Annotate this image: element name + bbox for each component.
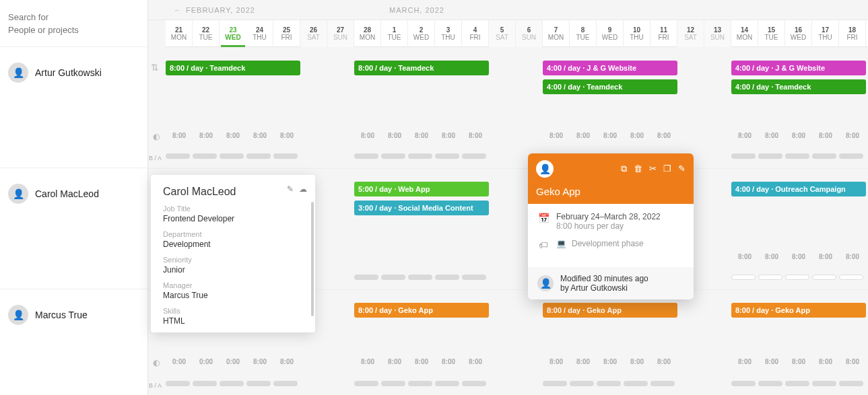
field-label: Manager (163, 281, 303, 289)
booking-bar-geko[interactable]: 8:00 / day · Geko App (543, 303, 677, 318)
day-column[interactable]: 7MON (543, 20, 570, 47)
avatar: 👤 (536, 160, 554, 178)
day-column[interactable]: 17THU (812, 20, 839, 47)
day-column[interactable]: 16WED (785, 20, 812, 47)
hour-cell: 8:00 (812, 132, 839, 144)
hour-cell (327, 132, 354, 144)
resource-name[interactable]: Marcus True (35, 310, 88, 320)
hour-cell (677, 358, 704, 370)
day-column[interactable]: 9WED (597, 20, 624, 47)
booking-bar-social[interactable]: 3:00 / day · Social Media Content (354, 201, 489, 215)
day-column[interactable]: 28MON (354, 20, 381, 47)
booking-bar-outreach[interactable]: 4:00 / day · Outreach Campaign (731, 182, 866, 196)
search-input-line1[interactable] (8, 11, 139, 24)
cut-icon[interactable]: ✂ (649, 164, 657, 174)
hour-cell (704, 253, 731, 265)
day-column[interactable]: 26SAT (300, 20, 327, 47)
hour-cell (300, 358, 327, 370)
hour-cell: 8:00 (785, 253, 812, 265)
booking-bar-teamdeck[interactable]: 8:00 / day · Teamdeck (354, 61, 489, 75)
field-value: Junior (163, 265, 303, 275)
ba-label: B / A (148, 155, 164, 161)
booking-details-popover: 👤 ⧉ 🗑 ✂ ❐ ✎ Geko App 📅 February 24–March… (528, 153, 694, 299)
edit-icon[interactable]: ✎ (287, 184, 294, 194)
hour-cell: 8:00 (650, 358, 677, 370)
hour-cell: 8:00 (570, 358, 597, 370)
hour-cell: 8:00 (624, 358, 650, 370)
search-input-line2[interactable] (8, 24, 139, 36)
day-column[interactable]: 5SAT (489, 20, 516, 47)
copy-icon[interactable]: ⧉ (621, 164, 627, 174)
hour-cell: 8:00 (758, 132, 785, 144)
hour-cell: 8:00 (785, 132, 812, 144)
allocation-pill (381, 381, 405, 386)
resource-name[interactable]: Carol MacLeod (35, 188, 99, 199)
cloud-icon[interactable]: ☁ (299, 184, 307, 194)
allocation-pill (193, 381, 217, 386)
allocation-pill (785, 381, 809, 386)
booking-bar-teamdeck[interactable]: 8:00 / day · Teamdeck (166, 61, 300, 75)
hour-cell: 8:00 (812, 358, 839, 370)
resource-name[interactable]: Artur Gutkowski (35, 67, 102, 78)
hour-cell: 8:00 (785, 358, 812, 370)
day-column[interactable]: 24THU (246, 20, 273, 47)
booking-bar-teamdeck[interactable]: 4:00 / day · Teamdeck (731, 79, 866, 94)
booking-bar-webapp[interactable]: 5:00 / day · Web App (354, 182, 489, 196)
day-column[interactable]: 10THU (624, 20, 650, 47)
day-column[interactable]: 23WED (220, 20, 246, 47)
hour-cell: 8:00 (597, 358, 624, 370)
prev-month-icon[interactable]: ← (174, 6, 182, 14)
delete-icon[interactable]: 🗑 (634, 164, 642, 174)
avatar: 👤 (8, 305, 28, 325)
day-column[interactable]: 11FRI (650, 20, 677, 47)
hour-cell: 8:00 (650, 132, 677, 144)
day-column[interactable]: 27SUN (327, 20, 354, 47)
booking-phase: Development phase (572, 239, 644, 248)
day-column[interactable]: 12SAT (677, 20, 704, 47)
day-column[interactable]: 2WED (408, 20, 435, 47)
allocation-pill (731, 275, 756, 280)
allocation-pill (624, 381, 648, 386)
booking-bar-geko[interactable]: 8:00 / day · Geko App (354, 303, 489, 318)
day-column[interactable]: 15TUE (758, 20, 785, 47)
allocation-pill (220, 381, 244, 386)
hour-cell: 8:00 (166, 132, 193, 144)
allocation-pill (758, 275, 782, 280)
day-column[interactable]: 13SUN (704, 20, 731, 47)
hour-cell: 8:00 (273, 358, 300, 370)
day-column[interactable]: 1TUE (381, 20, 408, 47)
day-column[interactable]: 3THU (435, 20, 462, 47)
hour-cell: 8:00 (758, 358, 785, 370)
day-column[interactable]: 4FRI (462, 20, 489, 47)
allocation-pill (462, 153, 486, 159)
day-column[interactable]: 8TUE (570, 20, 597, 47)
hour-cell (489, 358, 516, 370)
day-column[interactable]: 14MON (731, 20, 758, 47)
allocation-pill (273, 153, 298, 159)
duplicate-icon[interactable]: ❐ (663, 164, 671, 174)
field-value: Marcus True (163, 291, 303, 300)
hour-cell: 8:00 (543, 132, 570, 144)
hour-cell (677, 132, 704, 144)
allocation-pill (839, 275, 863, 280)
allocation-pill (354, 275, 378, 280)
hours-icon: ◐ (148, 132, 164, 141)
day-column[interactable]: 25FRI (273, 20, 300, 47)
hour-cell: 8:00 (543, 358, 570, 370)
day-column[interactable]: 22TUE (193, 20, 220, 47)
day-column[interactable]: 18FRI (839, 20, 866, 47)
reorder-icon[interactable]: ⇅ (151, 62, 159, 73)
scrollbar[interactable] (311, 202, 314, 316)
hours-icon: ◐ (148, 358, 164, 367)
booking-bar-teamdeck[interactable]: 4:00 / day · Teamdeck (543, 79, 677, 94)
allocation-pill (381, 275, 405, 280)
day-column[interactable]: 21MON (166, 20, 193, 47)
hour-cell: 8:00 (731, 358, 758, 370)
edit-icon[interactable]: ✎ (678, 164, 686, 174)
booking-bar-jgwebsite[interactable]: 4:00 / day · J & G Website (543, 61, 677, 75)
search-box[interactable] (0, 0, 147, 47)
booking-bar-geko[interactable]: 8:00 / day · Geko App (731, 303, 866, 318)
hour-cell (408, 253, 435, 265)
day-column[interactable]: 6SUN (516, 20, 543, 47)
booking-bar-jgwebsite[interactable]: 4:00 / day · J & G Website (731, 61, 866, 75)
